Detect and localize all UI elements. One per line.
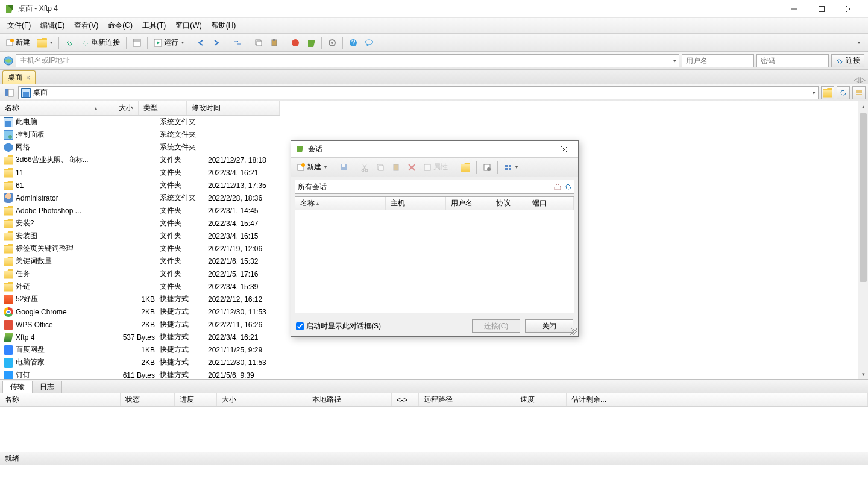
view-mode-button[interactable] [852,86,866,99]
dlg-col-host[interactable]: 主机 [386,197,446,210]
file-row[interactable]: 此电脑系统文件夹 [0,116,280,128]
paste-button[interactable] [267,36,281,50]
help-button[interactable]: ? [346,36,360,50]
sync-button[interactable] [230,36,245,50]
col-date[interactable]: 修改时间 [187,101,280,115]
file-row[interactable]: 安装2文件夹2022/3/4, 15:47 [0,217,280,230]
dlg-delete-button[interactable] [404,160,419,175]
open-button[interactable]: ▾ [34,36,55,50]
dialog-filter-box[interactable]: 所有会话 [295,180,574,194]
col-name[interactable]: 名称▴ [0,101,102,115]
password-input[interactable] [756,54,829,67]
dlg-paste-button[interactable] [389,160,403,175]
dlg-view-button[interactable]: ▾ [501,160,521,175]
dlg-properties-button[interactable]: 属性 [420,160,451,175]
forward-button[interactable] [209,36,224,50]
file-row[interactable]: 网络系统文件夹 [0,141,280,154]
file-row[interactable]: 3d66营业执照、商标...文件夹2021/12/27, 18:18 [0,154,280,166]
col-size[interactable]: 大小 [102,101,139,115]
chat-button[interactable] [362,36,376,50]
tab-prev-icon[interactable]: ◁ [854,75,859,84]
dialog-titlebar[interactable]: 会话 [291,141,578,158]
scrollbar-thumb[interactable] [860,113,867,282]
maximize-button[interactable] [808,0,835,18]
th-progress[interactable]: 进度 [175,393,217,406]
file-row[interactable]: 钉钉611 Bytes快捷方式2021/5/6, 9:39 [0,369,280,379]
menu-tools[interactable]: 工具(T) [137,19,171,33]
stop-button[interactable] [288,36,303,50]
col-type[interactable]: 类型 [139,101,187,115]
th-local[interactable]: 本地路径 [307,393,392,406]
tab-desktop[interactable]: 桌面 × [2,70,36,84]
dialog-session-list[interactable]: 名称▴ 主机 用户名 协议 端口 [295,196,574,313]
minimize-button[interactable] [780,0,808,18]
dlg-newfolder-button[interactable] [458,160,473,175]
path-input[interactable]: 桌面 ▾ [18,86,819,99]
file-row[interactable]: Administrator系统文件夹2022/2/28, 18:36 [0,192,280,204]
dlg-col-user[interactable]: 用户名 [446,197,491,210]
new-button[interactable]: 新建 [2,36,33,50]
dlg-col-port[interactable]: 端口 [527,197,574,210]
file-row[interactable]: 52好压1KB快捷方式2022/2/12, 16:12 [0,293,280,305]
tab-transfer[interactable]: 传输 [2,381,33,393]
menu-window[interactable]: 窗口(W) [171,19,206,33]
file-row[interactable]: Adobe Photoshop ...文件夹2022/3/1, 14:45 [0,204,280,217]
tab-next-icon[interactable]: ▷ [860,75,866,84]
dlg-cut-button[interactable] [357,160,372,175]
file-row[interactable]: 61文件夹2021/12/13, 17:35 [0,179,280,192]
connect-button[interactable]: 连接 [831,54,864,67]
th-name[interactable]: 名称 [0,393,121,406]
close-button[interactable] [835,0,863,18]
menu-file[interactable]: 文件(F) [2,19,36,33]
file-row[interactable]: 关键词数量文件夹2022/1/6, 15:32 [0,255,280,267]
file-row[interactable]: Xftp 4537 Bytes快捷方式2022/3/4, 16:21 [0,331,280,343]
file-row[interactable]: 11文件夹2022/3/4, 16:21 [0,166,280,179]
file-row[interactable]: 安装图文件夹2022/3/4, 16:15 [0,230,280,242]
file-list[interactable]: 此电脑系统文件夹控制面板系统文件夹网络系统文件夹3d66营业执照、商标...文件… [0,116,280,379]
dialog-close-footer-button[interactable]: 关闭 [525,319,573,333]
tab-log[interactable]: 日志 [32,381,62,393]
toolbar-overflow[interactable]: ▾ [851,36,866,50]
th-size[interactable]: 大小 [217,393,307,406]
menu-edit[interactable]: 编辑(E) [36,19,69,33]
link-button[interactable] [62,36,77,50]
file-row[interactable]: 百度网盘1KB快捷方式2021/11/25, 9:29 [0,343,280,356]
dlg-options-button[interactable] [480,160,494,175]
session-list-button[interactable] [130,36,144,50]
menu-help[interactable]: 帮助(H) [207,19,241,33]
copy-button[interactable] [251,36,266,50]
menu-view[interactable]: 查看(V) [69,19,103,33]
host-input[interactable]: 主机名或IP地址▾ [16,54,679,67]
dialog-close-button[interactable] [561,146,573,152]
file-row[interactable]: 控制面板系统文件夹 [0,128,280,141]
username-input[interactable] [682,54,754,67]
back-button[interactable] [193,36,208,50]
refresh-icon[interactable] [564,183,573,191]
up-folder-button[interactable] [821,86,834,99]
right-scrollbar[interactable]: ▴ ▾ [858,101,868,379]
th-arrow[interactable]: <-> [392,393,419,406]
dlg-save-button[interactable] [336,160,351,175]
th-eta[interactable]: 估计剩余... [567,393,868,406]
dlg-col-proto[interactable]: 协议 [491,197,527,210]
file-row[interactable]: Google Chrome2KB快捷方式2021/12/30, 11:53 [0,305,280,318]
reconnect-button[interactable]: 重新连接 [78,36,123,50]
dlg-col-name[interactable]: 名称▴ [295,197,386,210]
th-remote[interactable]: 远程路径 [419,393,515,406]
menu-command[interactable]: 命令(C) [103,19,137,33]
dialog-connect-button[interactable]: 连接(C) [472,319,520,333]
file-row[interactable]: 外链文件夹2022/3/4, 15:39 [0,280,280,293]
run-button[interactable]: 运行▾ [151,36,187,50]
show-on-startup-checkbox[interactable]: 启动时显示此对话框(S) [296,321,381,331]
dlg-new-button[interactable]: 新建▾ [294,160,330,175]
th-speed[interactable]: 速度 [515,393,567,406]
resize-grip[interactable] [570,328,577,335]
file-row[interactable]: WPS Office2KB快捷方式2022/2/11, 16:26 [0,318,280,331]
th-status[interactable]: 状态 [121,393,175,406]
file-row[interactable]: 电脑管家2KB快捷方式2021/12/30, 11:53 [0,356,280,369]
file-row[interactable]: 任务文件夹2022/1/5, 17:16 [0,267,280,280]
sidebar-toggle-button[interactable] [2,86,16,99]
dlg-copy-button[interactable] [373,160,388,175]
refresh-button[interactable] [837,86,850,99]
home-icon[interactable] [553,183,562,191]
